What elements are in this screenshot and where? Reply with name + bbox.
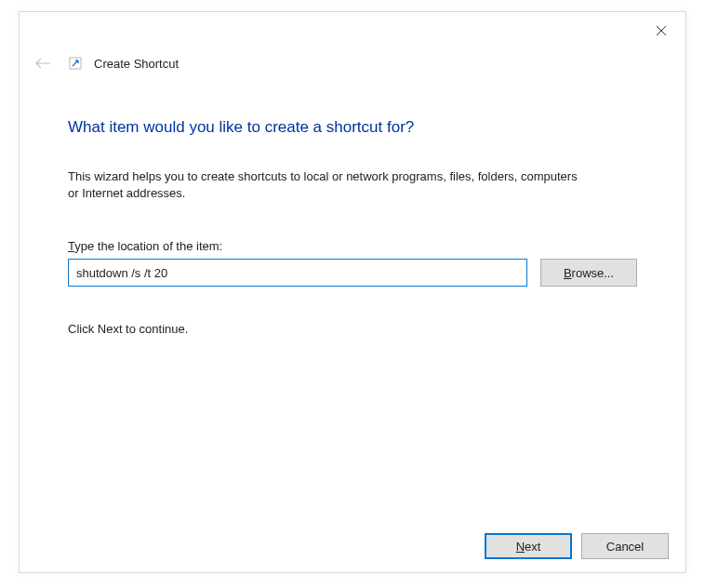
back-arrow-icon [34, 57, 51, 70]
browse-button[interactable]: Browse... [540, 259, 637, 287]
page-heading: What item would you like to create a sho… [68, 118, 637, 137]
titlebar [20, 12, 685, 44]
close-icon [656, 25, 667, 36]
location-label: Type the location of the item: [68, 239, 637, 253]
cancel-button[interactable]: Cancel [581, 533, 669, 559]
continue-note: Click Next to continue. [68, 322, 637, 336]
close-button[interactable] [646, 20, 676, 42]
location-input[interactable] [68, 259, 527, 287]
next-button[interactable]: Next [485, 533, 572, 559]
dialog-title: Create Shortcut [94, 57, 179, 71]
footer: Next Cancel [20, 520, 685, 572]
shortcut-icon [68, 56, 83, 71]
back-button[interactable] [33, 53, 53, 74]
location-row: Browse... [68, 259, 637, 287]
wizard-description: This wizard helps you to create shortcut… [68, 168, 589, 202]
create-shortcut-dialog: Create Shortcut What item would you like… [19, 11, 686, 573]
content-area: What item would you like to create a sho… [20, 77, 685, 336]
header-row: Create Shortcut [20, 44, 685, 77]
